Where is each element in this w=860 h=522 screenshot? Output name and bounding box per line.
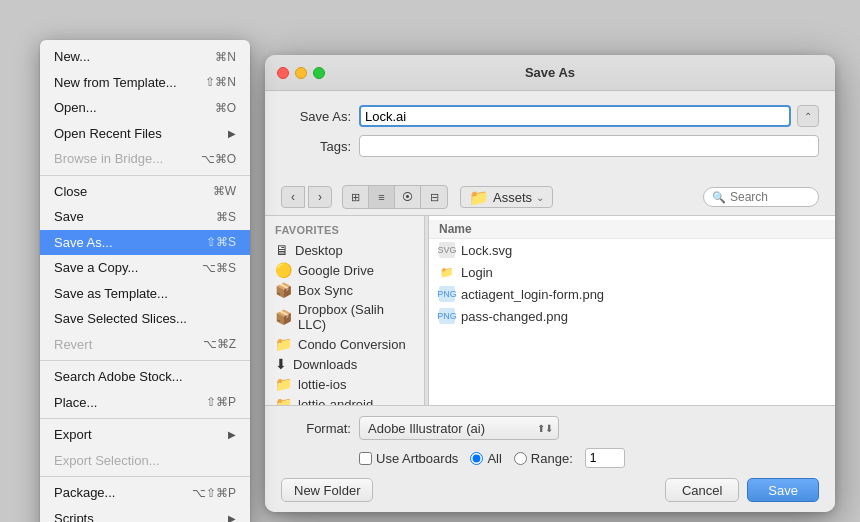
menu-separator (40, 175, 250, 176)
file-item-lock-svg[interactable]: SVGLock.svg (429, 239, 835, 261)
sidebar-panel: Favorites 🖥Desktop🟡Google Drive📦Box Sync… (265, 216, 425, 405)
favorites-label: Favorites (265, 224, 424, 240)
sidebar-item-lottie-ios[interactable]: 📁lottie-ios (265, 374, 424, 394)
menu-item-scripts[interactable]: Scripts▶ (40, 506, 250, 523)
view-buttons: ⊞ ≡ ⦿ ⊟ (342, 185, 448, 209)
file-item-actiagent-login-form-png[interactable]: PNGactiagent_login-form.png (429, 283, 835, 305)
menu-item-label: Close (54, 182, 87, 202)
search-icon: 🔍 (712, 191, 726, 204)
folder-icon: 🟡 (275, 262, 292, 278)
name-column-header: Name (439, 222, 472, 236)
tags-label: Tags: (281, 139, 351, 154)
save-as-row: Save As: ⌃ (281, 105, 819, 127)
menu-shortcut: ⌘W (213, 182, 236, 200)
forward-button[interactable]: › (308, 186, 332, 208)
menu-item-new-from-template---[interactable]: New from Template...⇧⌘N (40, 70, 250, 96)
menu-item-open-recent-files[interactable]: Open Recent Files▶ (40, 121, 250, 147)
maximize-button[interactable] (313, 67, 325, 79)
dialog-titlebar: Save As (265, 55, 835, 91)
menu-separator (40, 476, 250, 477)
menu-item-label: Place... (54, 393, 97, 413)
tags-input[interactable] (359, 135, 819, 157)
new-folder-button[interactable]: New Folder (281, 478, 373, 502)
format-select[interactable]: Adobe Illustrator (ai)PDFEPSSVG (359, 416, 559, 440)
sidebar-item-label: lottie-android (298, 397, 373, 406)
minimize-button[interactable] (295, 67, 307, 79)
file-list-header: Name (429, 220, 835, 239)
sidebar-item-condo-conversion[interactable]: 📁Condo Conversion (265, 334, 424, 354)
menu-item-save-selected-slices---[interactable]: Save Selected Slices... (40, 306, 250, 332)
sidebar-item-label: lottie-ios (298, 377, 346, 392)
all-radio[interactable] (470, 452, 483, 465)
menu-item-label: Scripts (54, 509, 94, 523)
menu-item-search-adobe-stock---[interactable]: Search Adobe Stock... (40, 364, 250, 390)
format-row: Format: Adobe Illustrator (ai)PDFEPSSVG … (281, 416, 819, 440)
menu-item-new---[interactable]: New...⌘N (40, 44, 250, 70)
menu-item-label: Save as Template... (54, 284, 168, 304)
search-input[interactable] (730, 190, 810, 204)
menu-item-label: Save a Copy... (54, 258, 138, 278)
format-label: Format: (281, 421, 351, 436)
menu-item-label: Package... (54, 483, 115, 503)
menu-item-export-selection---: Export Selection... (40, 448, 250, 474)
cancel-button[interactable]: Cancel (665, 478, 739, 502)
menu-shortcut: ⇧⌘N (205, 73, 236, 91)
use-artboards-label: Use Artboards (376, 451, 458, 466)
menu-item-package---[interactable]: Package...⌥⇧⌘P (40, 480, 250, 506)
coverflow-view-button[interactable]: ⊟ (421, 186, 447, 208)
menu-item-export[interactable]: Export▶ (40, 422, 250, 448)
menu-item-place---[interactable]: Place...⇧⌘P (40, 390, 250, 416)
file-item-pass-changed-png[interactable]: PNGpass-changed.png (429, 305, 835, 327)
close-button[interactable] (277, 67, 289, 79)
menu-item-revert: Revert⌥⌘Z (40, 332, 250, 358)
folder-icon: 🖥 (275, 242, 289, 258)
all-radio-label: All (470, 451, 501, 466)
menu-item-save-as---[interactable]: Save As...⇧⌘S (40, 230, 250, 256)
save-as-input[interactable] (359, 105, 791, 127)
sidebar-item-label: Google Drive (298, 263, 374, 278)
use-artboards-checkbox[interactable] (359, 452, 372, 465)
menu-shortcut: ⌘O (215, 99, 236, 117)
sidebar-item-dropbox--salih-llc-[interactable]: 📦Dropbox (Salih LLC) (265, 300, 424, 334)
menu-item-close[interactable]: Close⌘W (40, 179, 250, 205)
sidebar-item-lottie-android[interactable]: 📁lottie-android (265, 394, 424, 405)
sidebar-item-label: Desktop (295, 243, 343, 258)
menu-item-save[interactable]: Save⌘S (40, 204, 250, 230)
menu-item-label: Search Adobe Stock... (54, 367, 183, 387)
menu-item-open---[interactable]: Open...⌘O (40, 95, 250, 121)
save-as-dialog: Save As Save As: ⌃ Tags: ‹ › ⊞ ≡ ⦿ ⊟ 📁 A… (265, 55, 835, 512)
range-radio[interactable] (514, 452, 527, 465)
menu-item-save-a-copy---[interactable]: Save a Copy...⌥⌘S (40, 255, 250, 281)
location-button[interactable]: 📁 Assets ⌄ (460, 186, 553, 208)
file-item-login[interactable]: 📁Login (429, 261, 835, 283)
sidebar-item-google-drive[interactable]: 🟡Google Drive (265, 260, 424, 280)
range-input[interactable] (585, 448, 625, 468)
sidebar-item-downloads[interactable]: ⬇Downloads (265, 354, 424, 374)
traffic-lights (277, 67, 325, 79)
menu-shortcut: ⌥⌘O (201, 150, 236, 168)
sidebar-item-label: Condo Conversion (298, 337, 406, 352)
sidebar-item-desktop[interactable]: 🖥Desktop (265, 240, 424, 260)
menu-item-label: Open... (54, 98, 97, 118)
menu-shortcut: ⇧⌘P (206, 393, 236, 411)
sidebar-item-label: Box Sync (298, 283, 353, 298)
list-view-button[interactable]: ≡ (369, 186, 395, 208)
location-chevron-icon: ⌄ (536, 192, 544, 203)
back-button[interactable]: ‹ (281, 186, 305, 208)
context-menu: New...⌘NNew from Template...⇧⌘NOpen...⌘O… (40, 40, 250, 522)
file-item-label: actiagent_login-form.png (461, 287, 604, 302)
sidebar-item-label: Downloads (293, 357, 357, 372)
menu-item-save-as-template---[interactable]: Save as Template... (40, 281, 250, 307)
save-button[interactable]: Save (747, 478, 819, 502)
column-view-button[interactable]: ⦿ (395, 186, 421, 208)
menu-item-label: Save (54, 207, 84, 227)
save-as-chevron[interactable]: ⌃ (797, 105, 819, 127)
menu-item-label: Export (54, 425, 92, 445)
file-type-icon: SVG (439, 242, 455, 258)
menu-separator (40, 360, 250, 361)
sidebar-item-box-sync[interactable]: 📦Box Sync (265, 280, 424, 300)
menu-item-label: Export Selection... (54, 451, 160, 471)
file-item-label: pass-changed.png (461, 309, 568, 324)
file-item-label: Login (461, 265, 493, 280)
icon-view-button[interactable]: ⊞ (343, 186, 369, 208)
